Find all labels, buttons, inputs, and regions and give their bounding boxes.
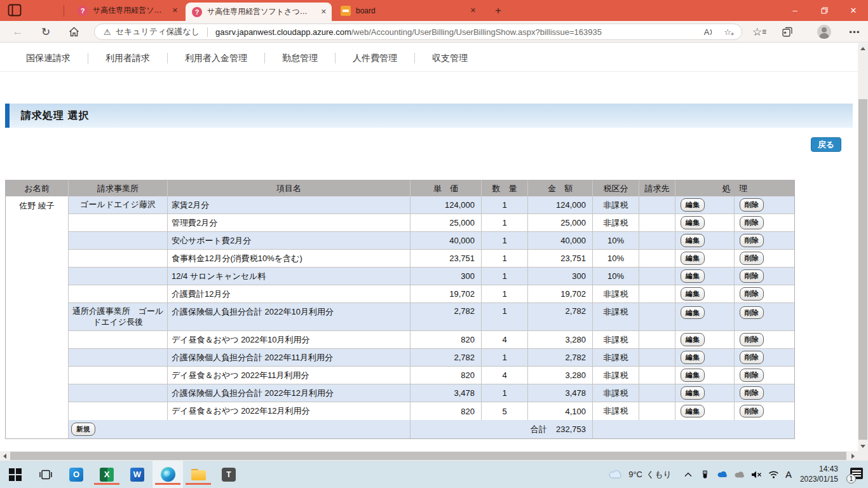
scroll-right-icon[interactable] (851, 454, 855, 459)
delete-button[interactable]: 削除 (740, 216, 764, 229)
taskbar-edge-button[interactable] (153, 461, 183, 488)
edit-button[interactable]: 編集 (681, 369, 705, 381)
amount-cell: 25,000 (528, 214, 593, 231)
vertical-scrollbar[interactable] (858, 43, 868, 451)
satsuki-favicon-icon: ? (192, 7, 202, 17)
minimize-button[interactable]: – (780, 0, 810, 21)
restore-button[interactable] (810, 0, 839, 21)
office-cell (69, 367, 168, 384)
close-button[interactable]: ✕ (839, 0, 868, 21)
amount-cell: 3,478 (528, 384, 593, 402)
delete-button[interactable]: 削除 (740, 306, 764, 319)
edit-cell: 編集 (675, 268, 735, 285)
delete-button[interactable]: 削除 (740, 198, 764, 211)
taskbar-clock[interactable]: 14:43 2023/01/15 (800, 464, 838, 484)
nav-item-kintai[interactable]: 勤怠管理 (265, 53, 335, 64)
usb-device-icon[interactable] (700, 469, 711, 480)
back-page-button[interactable]: 戻る (811, 137, 841, 152)
home-icon[interactable] (67, 25, 81, 39)
nav-item-kokuhoren[interactable]: 国保連請求 (9, 53, 88, 64)
delete-button[interactable]: 削除 (740, 369, 764, 381)
taskbar-excel-button[interactable]: X (92, 461, 122, 488)
edit-button[interactable]: 編集 (681, 216, 705, 229)
nav-item-riyosha-seikyu[interactable]: 利用者請求 (88, 53, 167, 64)
horizontal-scrollbar[interactable] (0, 451, 858, 461)
delete-cell: 削除 (735, 303, 794, 330)
edit-button[interactable]: 編集 (681, 386, 705, 399)
delete-button[interactable]: 削除 (740, 351, 764, 363)
ime-indicator[interactable]: A (785, 469, 792, 480)
customer-name-cell: 佐野 綾子 (6, 196, 69, 438)
taskbar-word-button[interactable]: W (122, 461, 153, 488)
vertical-scrollbar-thumb[interactable] (858, 99, 867, 440)
edit-button[interactable]: 編集 (681, 306, 705, 319)
scroll-down-icon[interactable] (860, 445, 865, 448)
hidden-icons-chevron-icon[interactable] (682, 469, 694, 480)
refresh-icon[interactable]: ↻ (39, 25, 53, 39)
t-app-icon: T (222, 468, 236, 482)
back-icon[interactable]: ← (11, 25, 25, 39)
action-center-button[interactable]: 1 (848, 468, 863, 482)
tab-actions-icon[interactable] (8, 4, 22, 17)
taskbar-outlook-button[interactable]: O (61, 461, 92, 488)
weather-desc[interactable]: くもり (646, 469, 672, 480)
delete-cell: 削除 (735, 402, 794, 420)
nav-item-nyukin[interactable]: 利用者入金管理 (168, 53, 264, 64)
weather-icon[interactable] (607, 469, 623, 480)
settings-menu-icon[interactable]: ⋯ (848, 25, 862, 39)
delete-button[interactable]: 削除 (740, 269, 764, 282)
edit-button[interactable]: 編集 (681, 287, 705, 300)
delete-button[interactable]: 削除 (740, 234, 764, 247)
edit-button[interactable]: 編集 (681, 198, 705, 211)
tab-close-icon[interactable]: ✕ (321, 8, 327, 16)
favorites-icon[interactable]: ☆ (752, 25, 766, 39)
tax-class-cell: 非課税 (593, 331, 639, 348)
nav-item-shushi[interactable]: 収支管理 (415, 53, 485, 64)
scroll-left-icon[interactable] (3, 454, 6, 459)
taskbar-explorer-button[interactable] (183, 461, 214, 488)
tab-close-icon[interactable]: ✕ (172, 6, 178, 15)
edit-button[interactable]: 編集 (681, 252, 705, 264)
edit-button[interactable]: 編集 (681, 269, 705, 282)
edit-cell: 編集 (675, 214, 735, 231)
read-aloud-icon[interactable]: A (704, 27, 714, 37)
edit-button[interactable]: 編集 (681, 333, 705, 346)
edit-button[interactable]: 編集 (681, 405, 705, 417)
new-button[interactable]: 新規 (71, 423, 95, 435)
browser-tab-3[interactable]: board ✕ (334, 0, 481, 21)
word-icon: W (130, 468, 144, 482)
taskbar-t-app-button[interactable]: T (214, 461, 244, 488)
profile-avatar[interactable] (817, 25, 831, 39)
browser-tab-1[interactable]: ? サ高住専用経営ソフトさつきちゃん ✕ (71, 0, 183, 21)
office-cell (69, 268, 168, 285)
edit-button[interactable]: 編集 (681, 234, 705, 247)
delete-button[interactable]: 削除 (740, 287, 764, 300)
horizontal-scrollbar-thumb[interactable] (10, 452, 846, 460)
task-view-button[interactable] (31, 461, 61, 488)
volume-muted-icon[interactable] (751, 469, 763, 480)
wifi-icon[interactable] (768, 469, 780, 480)
edit-button[interactable]: 編集 (681, 351, 705, 363)
tax-class-cell: 非課税 (593, 349, 639, 366)
collections-icon[interactable] (780, 25, 794, 39)
add-favorite-icon[interactable]: ☆＋ (724, 26, 735, 38)
delete-button[interactable]: 削除 (740, 333, 764, 346)
onedrive-icon[interactable] (717, 469, 728, 480)
weather-temp[interactable]: 9°C (628, 470, 642, 479)
browser-tab-2-active[interactable]: ? サ高住専用経営ソフトさつきちゃん ✕ (186, 3, 332, 21)
delete-button[interactable]: 削除 (740, 405, 764, 417)
office-cell: 通所介護事業所 ゴールドエイジ長後 (69, 303, 168, 330)
tax-class-cell: 非課税 (593, 384, 639, 402)
delete-button[interactable]: 削除 (740, 252, 764, 264)
excel-icon: X (100, 468, 114, 482)
start-button[interactable] (0, 461, 31, 488)
delete-button[interactable]: 削除 (740, 386, 764, 399)
item-name-cell: 家賃2月分 (168, 196, 410, 214)
scroll-up-icon[interactable] (860, 47, 865, 50)
address-bar[interactable]: ⚠ セキュリティ保護なし gasrv.japanwest.cloudapp.az… (94, 24, 742, 40)
new-tab-button[interactable]: + (491, 3, 506, 18)
tab-close-icon[interactable]: ✕ (470, 6, 476, 15)
cloud-sync-icon[interactable] (734, 469, 745, 480)
nav-item-jinkenhi[interactable]: 人件費管理 (336, 53, 414, 64)
bill-to-cell (639, 214, 675, 231)
